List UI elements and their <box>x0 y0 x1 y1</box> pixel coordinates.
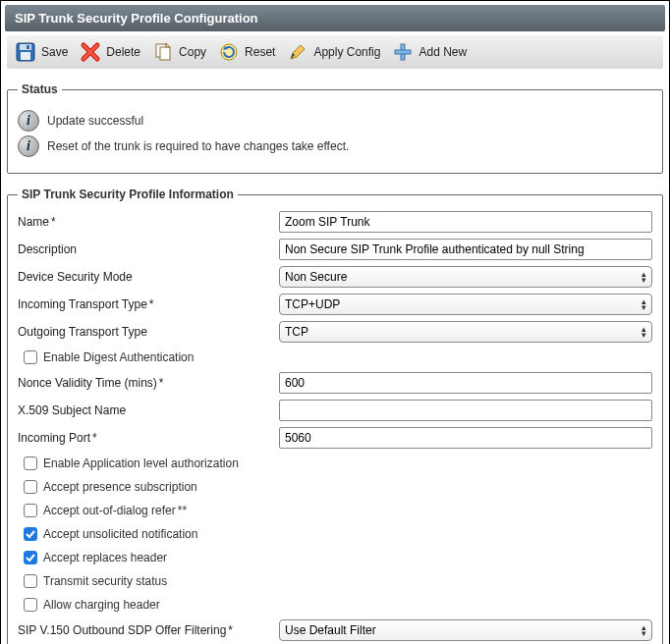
svg-rect-5 <box>160 47 170 60</box>
reset-icon <box>218 41 240 63</box>
status-line-1: i Update successful <box>18 110 652 132</box>
checkbox-enable-digest-auth[interactable] <box>24 350 37 364</box>
row-enable-app-level-auth: Enable Application level authorization <box>18 455 652 472</box>
profile-info-legend: SIP Trunk Security Profile Information <box>18 188 238 201</box>
row-accept-unsolicited-notif: Accept unsolicited notification <box>18 525 652 543</box>
save-button-label: Save <box>41 45 68 59</box>
label-accept-presence-sub: Accept presence subscription <box>43 480 197 494</box>
status-line-2: i Reset of the trunk is required to have… <box>18 135 652 157</box>
svg-marker-6 <box>166 43 170 47</box>
row-accept-replaces-header: Accept replaces header <box>18 549 652 566</box>
copy-button[interactable]: Copy <box>150 39 212 65</box>
copy-icon <box>152 41 174 63</box>
info-icon: i <box>18 135 39 157</box>
info-icon: i <box>18 110 39 132</box>
svg-rect-2 <box>21 52 30 60</box>
label-allow-charging-header: Allow charging header <box>43 598 160 612</box>
status-msg-2: Reset of the trunk is required to have c… <box>47 139 349 153</box>
label-x509-subject: X.509 Subject Name <box>18 403 273 417</box>
x509-subject-input[interactable] <box>279 400 652 421</box>
add-new-button[interactable]: Add New <box>390 39 473 65</box>
checkbox-transmit-security-status[interactable] <box>24 574 37 588</box>
label-enable-digest-auth: Enable Digest Authentication <box>43 350 194 364</box>
add-new-button-label: Add New <box>419 45 467 59</box>
delete-icon <box>80 41 101 63</box>
row-allow-charging-header: Allow charging header <box>18 596 652 614</box>
name-input[interactable] <box>279 211 652 233</box>
label-enable-app-level-auth: Enable Application level authorization <box>43 456 239 470</box>
svg-rect-3 <box>27 45 29 49</box>
config-panel: SIP Trunk Security Profile Configuration… <box>0 0 670 644</box>
svg-rect-1 <box>20 44 31 50</box>
reset-button[interactable]: Reset <box>216 39 281 65</box>
pencil-icon <box>287 41 308 63</box>
reset-button-label: Reset <box>245 45 275 59</box>
save-button[interactable]: Save <box>13 39 74 65</box>
nonce-validity-input[interactable] <box>279 372 652 394</box>
label-nonce-validity: Nonce Validity Time (mins) <box>18 376 273 390</box>
checkbox-accept-unsolicited-notif[interactable] <box>24 527 37 541</box>
label-outgoing-transport-type: Outgoing Transport Type <box>18 325 273 339</box>
label-transmit-security-status: Transmit security status <box>43 574 167 588</box>
label-sip-v150: SIP V.150 Outbound SDP Offer Filtering <box>18 623 273 637</box>
sip-v150-select[interactable]: Use Default Filter <box>279 619 652 641</box>
label-description: Description <box>18 242 273 256</box>
svg-rect-12 <box>395 50 411 54</box>
checkbox-accept-replaces-header[interactable] <box>24 551 37 564</box>
delete-button[interactable]: Delete <box>78 39 146 65</box>
form-grid: Name Description Device Security Mode No… <box>18 211 652 641</box>
toolbar: Save Delete Copy <box>7 35 663 69</box>
label-accept-unsolicited-notif: Accept unsolicited notification <box>43 527 197 541</box>
profile-info-fieldset: SIP Trunk Security Profile Information N… <box>7 188 663 644</box>
copy-button-label: Copy <box>179 45 206 59</box>
delete-button-label: Delete <box>106 45 140 59</box>
label-accept-ood-refer: Accept out-of-dialog refer <box>43 504 187 517</box>
row-enable-digest-auth: Enable Digest Authentication <box>18 349 652 366</box>
save-icon <box>15 41 36 63</box>
incoming-transport-type-select[interactable]: TCP+UDP <box>279 294 652 315</box>
checkbox-accept-ood-refer[interactable] <box>24 504 37 517</box>
svg-marker-9 <box>291 45 305 59</box>
apply-config-button-label: Apply Config <box>313 45 380 59</box>
row-accept-presence-sub: Accept presence subscription <box>18 478 652 496</box>
checkbox-allow-charging-header[interactable] <box>24 598 37 612</box>
label-incoming-port: Incoming Port <box>18 431 273 445</box>
checkbox-enable-app-level-auth[interactable] <box>24 456 37 470</box>
label-accept-replaces-header: Accept replaces header <box>43 551 167 564</box>
label-name: Name <box>18 215 273 229</box>
status-fieldset: Status i Update successful i Reset of th… <box>7 82 663 174</box>
apply-config-button[interactable]: Apply Config <box>285 39 386 65</box>
page-title: SIP Trunk Security Profile Configuration <box>5 5 665 31</box>
checkbox-accept-presence-sub[interactable] <box>24 480 37 494</box>
status-msg-1: Update successful <box>47 114 143 128</box>
label-incoming-transport-type: Incoming Transport Type <box>18 297 273 311</box>
outgoing-transport-type-select[interactable]: TCP <box>279 321 652 343</box>
row-accept-ood-refer: Accept out-of-dialog refer <box>18 502 652 519</box>
description-input[interactable] <box>279 239 652 260</box>
row-transmit-security-status: Transmit security status <box>18 572 652 590</box>
device-security-mode-select[interactable]: Non Secure <box>279 266 652 288</box>
incoming-port-input[interactable] <box>279 427 652 449</box>
plus-icon <box>392 41 414 63</box>
status-legend: Status <box>18 82 62 96</box>
label-device-security-mode: Device Security Mode <box>18 270 273 284</box>
